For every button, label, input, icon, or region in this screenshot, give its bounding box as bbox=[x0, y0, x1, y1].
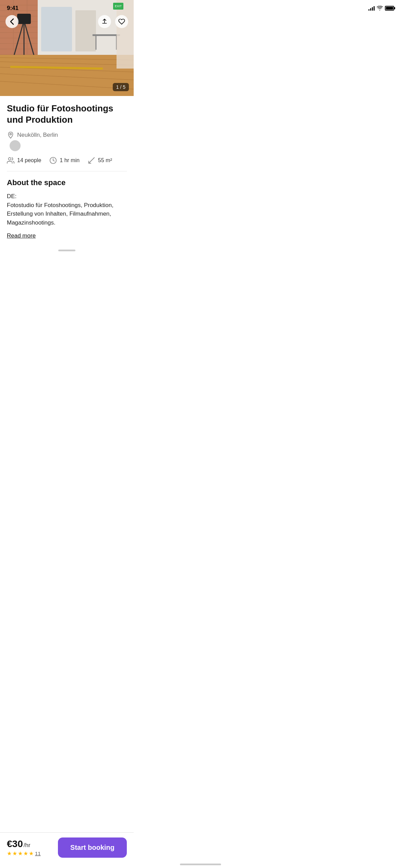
svg-rect-19 bbox=[93, 34, 120, 36]
location-icon bbox=[7, 131, 14, 139]
status-time: 9:41 bbox=[7, 5, 19, 12]
status-bar: 9:41 bbox=[0, 0, 134, 14]
hero-navigation bbox=[0, 15, 134, 28]
time-text: 1 hr min bbox=[60, 157, 80, 164]
share-button[interactable] bbox=[98, 15, 111, 28]
description-text: DE:Fotostudio für Fotoshootings, Produkt… bbox=[7, 192, 127, 227]
location-row: Neukölln, Berlin bbox=[7, 131, 127, 139]
image-counter: 1 / 5 bbox=[113, 83, 129, 91]
back-button[interactable] bbox=[5, 15, 19, 28]
divider bbox=[7, 171, 127, 171]
time-icon bbox=[49, 157, 57, 164]
svg-point-26 bbox=[10, 133, 12, 135]
favorite-button[interactable] bbox=[115, 15, 128, 28]
read-more-link[interactable]: Read more bbox=[7, 232, 36, 239]
svg-point-27 bbox=[9, 158, 11, 160]
location-avatar bbox=[10, 140, 21, 151]
listing-title: Studio für Fotoshootings und Produktion bbox=[7, 103, 127, 125]
capacity-text: 14 people bbox=[17, 157, 41, 164]
hero-studio-illustration: EXIT bbox=[0, 0, 134, 96]
capacity-icon bbox=[7, 157, 14, 164]
location-text: Neukölln, Berlin bbox=[17, 132, 58, 138]
hero-image: EXIT 1 / 5 bbox=[0, 0, 134, 96]
capacity-spec: 14 people bbox=[7, 157, 41, 164]
area-text: 55 m² bbox=[98, 157, 112, 164]
listing-content: Studio für Fotoshootings und Produktion … bbox=[0, 96, 134, 292]
about-section-title: About the space bbox=[7, 178, 127, 187]
specs-row: 14 people 1 hr min 55 m² bbox=[7, 157, 127, 164]
time-spec: 1 hr min bbox=[49, 157, 80, 164]
area-icon bbox=[88, 157, 95, 164]
area-spec: 55 m² bbox=[88, 157, 112, 164]
